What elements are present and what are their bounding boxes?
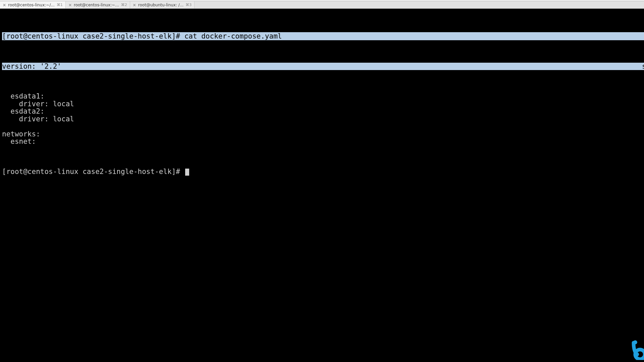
logo-icon xyxy=(628,340,644,360)
close-icon[interactable]: × xyxy=(133,3,136,7)
prompt-line-1: [root@centos-linux case2-single-host-elk… xyxy=(2,33,642,40)
svg-point-1 xyxy=(635,350,644,359)
output-line: networks: xyxy=(2,130,642,138)
tab-shortcut: ⌘3 xyxy=(185,3,192,7)
shell-command: cat docker-compose.yaml xyxy=(184,32,282,40)
shell-prompt: [root@centos-linux case2-single-host-elk… xyxy=(2,32,184,40)
tab-bar: × root@centos-linux:~/... ⌘1 × root@cent… xyxy=(0,1,644,9)
tab-label: root@centos-linux:~... xyxy=(74,3,119,7)
cursor-block xyxy=(185,169,189,176)
output-line: driver: local xyxy=(2,115,642,123)
output-line: esnet: xyxy=(2,138,642,145)
brand-logo xyxy=(610,333,631,353)
tab-shortcut: ⌘2 xyxy=(121,3,127,7)
terminal-viewport[interactable]: [root@centos-linux case2-single-host-elk… xyxy=(0,9,644,362)
output-line: services: xyxy=(642,63,644,70)
selected-output: version: '2.2'services: elasticsearch: i… xyxy=(2,63,642,70)
output-line xyxy=(2,123,642,130)
prompt-line-2: [root@centos-linux case2-single-host-elk… xyxy=(2,168,642,176)
terminal-tab-3[interactable]: × root@ubuntu-linux: /... ⌘3 xyxy=(130,1,195,8)
close-icon[interactable]: × xyxy=(3,3,6,7)
output-line: version: '2.2' xyxy=(2,63,642,70)
terminal-tab-2[interactable]: × root@centos-linux:~... ⌘2 xyxy=(66,1,130,8)
tab-label: root@ubuntu-linux: /... xyxy=(138,3,183,7)
terminal-tab-1[interactable]: × root@centos-linux:~/... ⌘1 xyxy=(0,1,66,8)
tab-label: root@centos-linux:~/... xyxy=(8,3,55,7)
output-line: esdata1: xyxy=(2,93,642,100)
output-line: esdata2: xyxy=(2,108,642,115)
output-tail: esdata1: driver: local esdata2: driver: … xyxy=(2,93,642,145)
tab-shortcut: ⌘1 xyxy=(57,3,63,7)
output-line: driver: local xyxy=(2,100,642,108)
shell-prompt: [root@centos-linux case2-single-host-elk… xyxy=(2,168,184,176)
close-icon[interactable]: × xyxy=(68,3,72,7)
